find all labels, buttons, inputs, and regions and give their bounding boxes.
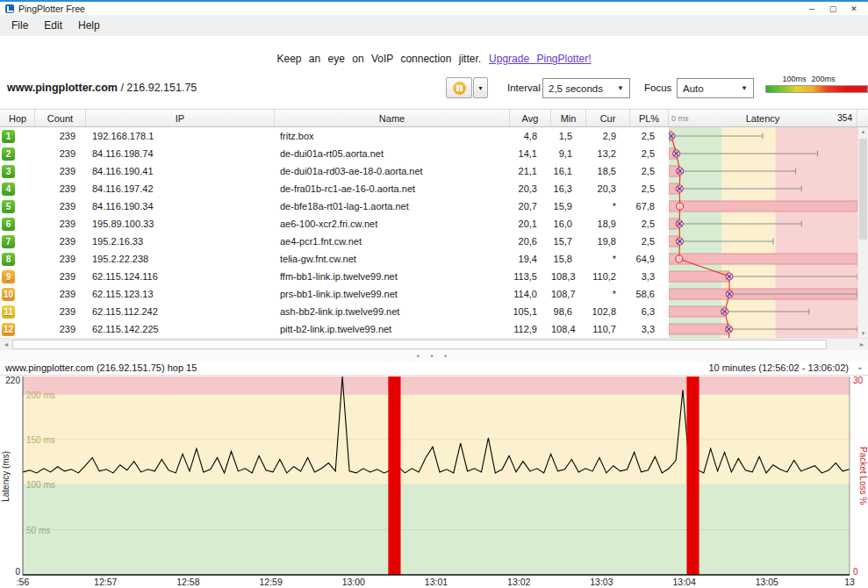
svg-text:150 ms: 150 ms: [26, 435, 55, 445]
name-cell: fritz.box: [275, 131, 510, 141]
scrollbar-corner: [857, 110, 868, 126]
column-header-ip[interactable]: IP: [86, 110, 275, 126]
cur-cell: 110,2: [586, 271, 630, 282]
ip-cell: 84.116.198.74: [86, 148, 275, 159]
count-cell: 239: [35, 131, 86, 141]
close-icon[interactable]: ✕: [843, 4, 864, 13]
time-tick-label: 13:04: [672, 577, 695, 587]
name-cell: ae6-100-xcr2.fri.cw.net: [275, 219, 510, 229]
min-cell: 15,7: [551, 236, 586, 247]
hop-badge: 9: [2, 270, 15, 283]
hop-badge: 1: [2, 130, 15, 143]
count-cell: 239: [35, 306, 86, 317]
timeline-pane[interactable]: 200 ms150 ms100 ms50 ms2200300 Latency (…: [0, 375, 868, 577]
hop-table-body: 1239192.168.178.1fritz.box4,81,52,92,522…: [0, 127, 868, 338]
hop-badge: 11: [2, 305, 15, 319]
pingplotter-window: PingPlotter Free ─ ▢ ✕ File Edit Help Ke…: [0, 0, 868, 588]
timeline-title: www.pingplotter.com (216.92.151.75) hop …: [5, 362, 197, 373]
scroll-up-icon[interactable]: ▲: [858, 129, 868, 134]
focus-select[interactable]: Auto ▼: [677, 78, 754, 98]
hop-cell: 7: [0, 235, 35, 248]
avg-cell: 4,8: [510, 131, 551, 141]
interval-select[interactable]: 2,5 seconds ▼: [542, 78, 630, 98]
upgrade-link[interactable]: Upgrade PingPlotter!: [489, 53, 591, 65]
cur-cell: 20,3: [586, 183, 630, 194]
column-header-count[interactable]: Count: [35, 110, 86, 126]
menu-edit[interactable]: Edit: [36, 17, 70, 34]
column-header-name[interactable]: Name: [275, 110, 510, 126]
title-bar: PingPlotter Free ─ ▢ ✕: [0, 2, 868, 15]
hop-cell: 1: [0, 130, 35, 143]
pl-cell: 64,9: [630, 254, 669, 264]
time-tick-label: 13:01: [425, 577, 448, 587]
banner-text: Keep an eye on VoIP connection jitter.: [277, 53, 482, 65]
time-tick-label: 12:57: [94, 577, 117, 587]
column-header-latency-graph[interactable]: 0 ms Latency 354: [669, 110, 857, 126]
name-cell: de-fra01b-rc1-ae-16-0.aorta.net: [275, 183, 510, 194]
cur-cell: 102,8: [586, 306, 630, 317]
count-cell: 239: [35, 289, 86, 299]
hop-cell: 5: [0, 200, 35, 213]
name-cell: de-dui01a-rt05.aorta.net: [275, 148, 510, 159]
horizontal-scrollbar-thumb[interactable]: [12, 340, 827, 349]
min-cell: 108,3: [551, 271, 586, 282]
count-cell: 239: [35, 183, 86, 194]
target-ip: / 216.92.151.75: [118, 82, 197, 94]
min-cell: 108,7: [551, 289, 586, 299]
ip-cell: 84.116.197.42: [86, 183, 275, 194]
count-cell: 239: [35, 148, 86, 159]
min-cell: 16,3: [551, 183, 586, 194]
cur-cell: *: [586, 201, 630, 212]
maximize-icon[interactable]: ▢: [822, 4, 843, 13]
name-cell: telia-gw.fnt.cw.net: [275, 254, 510, 264]
pause-dropdown-button[interactable]: ▼: [473, 77, 488, 98]
cur-cell: 18,5: [586, 166, 630, 176]
column-header-min[interactable]: Min: [551, 110, 586, 126]
name-cell: pitt-b2-link.ip.twelve99.net: [275, 324, 510, 334]
column-header-cur[interactable]: Cur: [586, 110, 630, 126]
hop-badge: 3: [2, 165, 15, 178]
min-cell: 16,0: [551, 219, 586, 229]
pl-cell: 67,8: [630, 201, 669, 212]
focus-label: Focus: [644, 82, 671, 93]
time-tick-label: 12:58: [176, 577, 199, 587]
count-cell: 239: [35, 324, 86, 334]
menu-help[interactable]: Help: [70, 17, 108, 34]
legend-100ms-label: 100ms: [782, 75, 806, 83]
timeline-header: www.pingplotter.com (216.92.151.75) hop …: [0, 362, 868, 375]
count-cell: 239: [35, 271, 86, 282]
menu-file[interactable]: File: [4, 17, 36, 34]
column-header-hop[interactable]: Hop: [0, 110, 35, 126]
pause-button[interactable]: [446, 77, 472, 98]
cur-cell: 19,8: [586, 236, 630, 247]
vertical-scrollbar[interactable]: ▲ ▼: [857, 127, 868, 338]
count-cell: 239: [35, 254, 86, 264]
target-host: www.pingplotter.com: [7, 82, 118, 94]
graph-title: Latency: [746, 113, 780, 124]
svg-text:200 ms: 200 ms: [26, 391, 55, 400]
hop-cell: 10: [0, 288, 35, 301]
vertical-scrollbar-thumb[interactable]: [859, 139, 867, 240]
scroll-right-icon[interactable]: ►: [856, 339, 868, 350]
min-cell: 9,1: [551, 148, 586, 159]
table-header: Hop Count IP Name Avg Min Cur PL% 0 ms L…: [0, 109, 868, 127]
ip-cell: 62.115.142.225: [86, 324, 275, 334]
hop-badge: 2: [2, 147, 15, 161]
count-cell: 239: [35, 219, 86, 229]
pl-cell: 6,3: [630, 306, 669, 317]
minimize-icon[interactable]: ─: [801, 4, 822, 13]
scroll-down-icon[interactable]: ▼: [858, 331, 868, 336]
cur-cell: *: [586, 254, 630, 264]
time-axis: :5612:5712:5812:5913:0013:0113:0213:0313…: [0, 576, 868, 588]
timeline-range-selector[interactable]: 10 minutes (12:56:02 - 13:06:02): [708, 362, 849, 373]
column-header-avg[interactable]: Avg: [510, 110, 551, 126]
scroll-left-icon[interactable]: ◄: [0, 339, 12, 350]
pause-icon: [453, 82, 466, 95]
hop-cell: 12: [0, 323, 35, 336]
chevron-down-icon[interactable]: ⌄: [857, 362, 864, 371]
svg-text:100 ms: 100 ms: [26, 480, 55, 490]
horizontal-scrollbar[interactable]: ◄ ►: [0, 338, 868, 350]
ip-cell: 195.2.22.238: [86, 254, 275, 264]
pane-splitter[interactable]: • • •: [0, 350, 868, 362]
column-header-pl[interactable]: PL%: [630, 110, 669, 126]
